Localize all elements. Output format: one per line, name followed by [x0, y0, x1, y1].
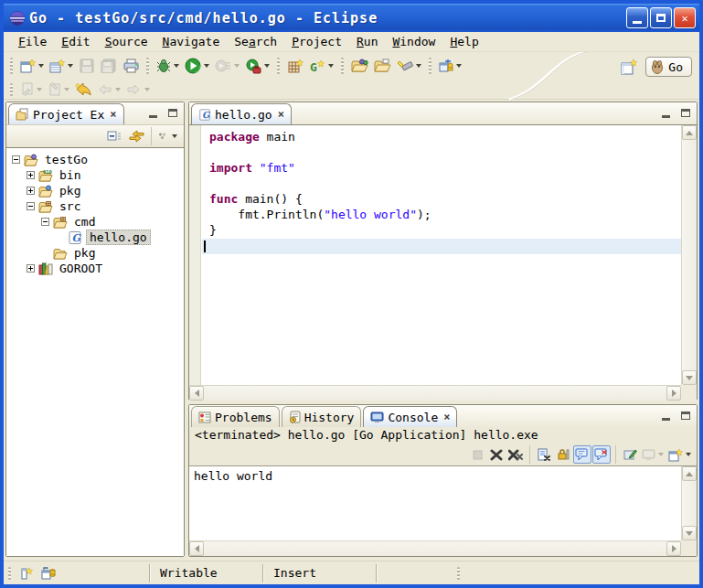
remove-launch-button[interactable]	[487, 445, 506, 464]
maximize-button[interactable]	[650, 7, 672, 28]
tree-item-testGo[interactable]: testGo	[6, 152, 184, 167]
code-line[interactable]: func main() {	[202, 192, 681, 208]
save-button[interactable]	[76, 55, 98, 77]
menu-window[interactable]: Window	[385, 33, 442, 50]
editor-vertical-scrollbar[interactable]	[681, 125, 697, 385]
code-line[interactable]: import "fmt"	[202, 161, 681, 176]
show-stderr-button[interactable]	[592, 445, 611, 464]
scroll-down-button[interactable]	[682, 526, 697, 540]
expander-expand-icon[interactable]	[27, 187, 35, 195]
open-folder-button[interactable]	[371, 55, 394, 77]
expander-collapse-icon[interactable]	[27, 202, 35, 210]
code-line[interactable]	[202, 176, 681, 192]
scroll-lock-button[interactable]	[554, 445, 572, 464]
code-line[interactable]	[202, 145, 681, 161]
toolbar-grip[interactable]	[277, 58, 280, 74]
tree-label-selected[interactable]: hello.go	[86, 230, 151, 245]
toolbar-grip[interactable]	[146, 58, 149, 74]
menu-search[interactable]: Search	[227, 33, 284, 50]
expander-expand-icon[interactable]	[27, 264, 35, 273]
tree-item-goroot[interactable]: GOROOT	[6, 261, 184, 276]
code-line[interactable]: }	[202, 223, 681, 239]
open-console-button[interactable]	[666, 445, 693, 464]
fast-view-button[interactable]	[16, 564, 37, 583]
scroll-down-button[interactable]	[682, 370, 697, 385]
tab-console[interactable]: Console ×	[363, 406, 457, 427]
console-horizontal-scrollbar[interactable]	[189, 540, 681, 556]
show-stdout-button[interactable]	[573, 445, 591, 464]
view-menu-button[interactable]	[155, 127, 180, 145]
menu-project[interactable]: Project	[284, 33, 349, 50]
code-editor[interactable]: package main import "fmt" func main() { …	[189, 124, 697, 401]
close-editor-icon[interactable]: ×	[278, 108, 284, 121]
tree-label[interactable]: GOROOT	[57, 262, 105, 275]
tab-hello-go[interactable]: G hello.go ×	[191, 103, 292, 124]
scroll-up-button[interactable]	[682, 466, 697, 481]
menu-help[interactable]: Help	[442, 33, 485, 50]
new-wizard-button[interactable]	[17, 55, 47, 77]
scroll-right-button[interactable]	[666, 541, 681, 556]
scroll-right-button[interactable]	[666, 386, 681, 401]
maximize-editor-button[interactable]	[677, 106, 693, 120]
remove-all-launches-button[interactable]	[506, 445, 525, 464]
terminate-button[interactable]	[468, 445, 486, 464]
tab-history[interactable]: History	[282, 406, 362, 427]
expander-expand-icon[interactable]	[27, 171, 35, 179]
search-button[interactable]	[394, 55, 424, 77]
expander-collapse-icon[interactable]	[41, 218, 49, 226]
tree-item-cmd[interactable]: cmd	[6, 214, 184, 230]
toolbar-grip[interactable]	[10, 83, 13, 96]
pin-console-button[interactable]	[621, 445, 639, 464]
new-project-grid-button[interactable]	[284, 55, 306, 77]
back-button[interactable]	[94, 80, 123, 99]
menu-file[interactable]: File	[11, 33, 54, 50]
toolbar-grip[interactable]	[341, 58, 344, 74]
minimize-view-button[interactable]	[145, 106, 161, 120]
prev-annotation-button[interactable]	[45, 80, 72, 99]
task-button[interactable]	[436, 55, 464, 77]
title-bar[interactable]: Go - testGo/src/cmd/hello.go - Eclipse ✕	[4, 4, 699, 32]
menu-run[interactable]: Run	[349, 33, 385, 50]
new-go-element-button[interactable]: G	[306, 55, 336, 77]
tree-item-pkg-src[interactable]: pkg	[6, 245, 184, 261]
current-line[interactable]	[202, 239, 681, 254]
maximize-view-button[interactable]	[165, 106, 180, 120]
tree-label[interactable]: cmd	[71, 215, 98, 229]
new-folder-button[interactable]	[47, 55, 76, 77]
tree-label[interactable]: pkg	[57, 184, 83, 198]
toolbar-grip[interactable]	[429, 58, 431, 74]
run-button[interactable]	[182, 55, 212, 77]
editor-horizontal-scrollbar[interactable]	[189, 385, 681, 401]
expander-collapse-icon[interactable]	[12, 155, 20, 164]
tree-item-src[interactable]: src	[6, 198, 184, 214]
view-shortcut-button[interactable]	[37, 564, 59, 583]
debug-button[interactable]	[154, 55, 182, 77]
tree-item-pkg[interactable]: pkg	[6, 183, 184, 198]
last-edit-location-button[interactable]	[72, 80, 94, 99]
tree-item-bin[interactable]: 010 bin	[6, 167, 184, 183]
tree-label[interactable]: bin	[57, 168, 83, 182]
print-button[interactable]	[120, 55, 142, 77]
maximize-console-button[interactable]	[677, 409, 693, 422]
import-package-button[interactable]	[348, 55, 371, 77]
menu-source[interactable]: Source	[98, 33, 155, 50]
minimize-editor-button[interactable]	[658, 106, 674, 120]
collapse-all-button[interactable]	[103, 127, 125, 145]
go-perspective-button[interactable]: Go	[645, 57, 692, 77]
scroll-left-button[interactable]	[189, 541, 204, 556]
tree-label[interactable]: src	[57, 199, 83, 213]
profile-button[interactable]	[212, 55, 242, 77]
save-all-button[interactable]	[98, 55, 120, 77]
close-button[interactable]: ✕	[674, 7, 696, 28]
close-view-icon[interactable]: ×	[110, 108, 116, 121]
next-annotation-button[interactable]	[17, 80, 45, 99]
clear-console-button[interactable]	[535, 445, 553, 464]
menu-edit[interactable]: Edit	[54, 33, 97, 50]
code-area[interactable]: package main import "fmt" func main() { …	[202, 125, 681, 385]
menu-navigate[interactable]: Navigate	[155, 33, 228, 50]
console-output-area[interactable]: hello world	[189, 465, 697, 556]
minimize-console-button[interactable]	[658, 409, 674, 422]
display-console-button[interactable]	[640, 445, 666, 464]
tree-label[interactable]: testGo	[42, 153, 91, 166]
tab-problems[interactable]: Problems	[191, 406, 280, 427]
